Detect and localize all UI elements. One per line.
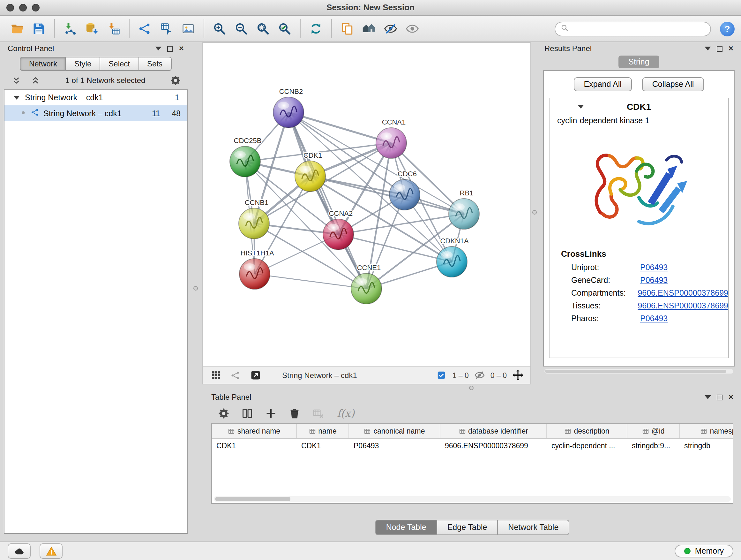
hidden-items-icon[interactable] [473, 368, 487, 382]
expand-all-button[interactable]: Expand All [574, 77, 632, 91]
network-edge[interactable] [338, 234, 452, 262]
network-node-RB1[interactable]: RB1 [449, 189, 479, 229]
float-panel-icon[interactable] [717, 394, 723, 400]
network-node-CCNA1[interactable]: CCNA1 [376, 118, 407, 159]
memory-button[interactable]: Memory [675, 545, 733, 557]
search-input[interactable] [572, 23, 705, 34]
results-horizontal-scrollbar[interactable] [544, 369, 733, 374]
panel-menu-icon[interactable] [155, 47, 162, 51]
float-panel-icon[interactable] [717, 46, 723, 51]
zoom-in-icon [212, 22, 226, 36]
collapse-collection-icon[interactable] [13, 96, 20, 100]
settings-button[interactable] [216, 406, 230, 420]
right-splitter-handle[interactable] [532, 210, 537, 214]
tab-select[interactable]: Select [99, 57, 139, 71]
zoom-out-button[interactable] [233, 20, 250, 37]
network-edge[interactable] [288, 112, 366, 289]
tab-style[interactable]: Style [65, 57, 100, 71]
column-header-name[interactable]: name [297, 424, 349, 438]
help-button[interactable]: ? [720, 21, 735, 36]
network-edge[interactable] [288, 112, 391, 143]
left-splitter-handle[interactable] [193, 286, 198, 291]
table-row[interactable]: CDK1CDK1P064939606.ENSP00000378699cyclin… [212, 439, 733, 452]
network-node-CCNE1[interactable]: CCNE1 [351, 264, 382, 304]
column-header-canonical-name[interactable]: canonical name [349, 424, 441, 438]
column-header-database-identifier[interactable]: database identifier [441, 424, 547, 438]
import-network-from-file-button[interactable] [62, 20, 78, 37]
scrollbar-thumb[interactable] [215, 497, 290, 501]
show-hide-button[interactable] [404, 20, 421, 37]
toggle-graphics-details-button[interactable] [382, 20, 399, 37]
add-row-button[interactable] [264, 406, 278, 420]
network-view[interactable]: CCNB2CCNA1CDC25BCDK1CDC6RB1CCNB1CCNA2CDK… [202, 42, 531, 384]
save-session-button[interactable] [30, 20, 47, 37]
zoom-fit-button[interactable] [255, 20, 271, 37]
gene-section-header[interactable]: CDK1 [549, 98, 728, 115]
open-session-button[interactable] [9, 20, 25, 37]
function-builder-button[interactable]: f(x) [337, 407, 354, 419]
cloud-status-button[interactable] [8, 543, 30, 559]
tab-sets[interactable]: Sets [138, 57, 172, 71]
column-header-namespace[interactable]: namespace [680, 424, 733, 438]
crosslink-value-link[interactable]: P06493 [640, 261, 668, 274]
table-horizontal-scrollbar[interactable] [214, 496, 731, 502]
collapse-tree-button[interactable] [28, 73, 42, 87]
clear-table-button[interactable] [311, 406, 325, 420]
crosslink-value-link[interactable]: 9606.ENSP00000378699 [637, 287, 728, 300]
crosslink-value-link[interactable]: P06493 [640, 312, 668, 325]
tab-string[interactable]: String [618, 56, 659, 68]
close-panel-icon[interactable]: × [729, 394, 733, 400]
network-row-selected[interactable]: String Network – cdk1 11 48 [4, 105, 187, 121]
tab-edge-table[interactable]: Edge Table [436, 520, 498, 535]
column-header-description[interactable]: description [547, 424, 627, 438]
node-label: CDK1 [304, 151, 322, 159]
import-network-from-database-button[interactable] [84, 20, 100, 37]
bottom-splitter-handle[interactable] [469, 386, 474, 390]
search-box[interactable] [555, 21, 711, 36]
link-view-icon[interactable] [228, 368, 243, 382]
network-node-CDC6[interactable]: CDC6 [389, 170, 420, 210]
create-network-from-table-button[interactable] [158, 20, 175, 37]
network-node-CDK1[interactable]: CDK1 [295, 151, 326, 192]
copy-button[interactable] [339, 20, 355, 37]
close-panel-icon[interactable]: × [179, 45, 184, 52]
expand-tree-button[interactable] [9, 73, 23, 87]
grid-view-icon[interactable] [209, 368, 223, 382]
apply-layout-button[interactable] [308, 20, 324, 37]
collapse-all-button[interactable]: Collapse All [642, 77, 704, 91]
network-node-CDC25B[interactable]: CDC25B [230, 137, 261, 177]
column-header--id[interactable]: @id [627, 424, 680, 438]
show-columns-button[interactable] [240, 406, 254, 420]
panel-menu-icon[interactable] [705, 47, 711, 51]
network-collection-row[interactable]: String Network – cdk1 1 [4, 90, 187, 105]
column-header-shared-name[interactable]: shared name [212, 424, 297, 438]
zoom-in-button[interactable] [211, 20, 228, 37]
crosslink-value-link[interactable]: 9606.ENSP00000378699 [637, 300, 728, 312]
network-node-HIST1H1A[interactable]: HIST1H1A [239, 249, 274, 289]
network-node-CCNB2[interactable]: CCNB2 [273, 87, 304, 128]
zoom-selected-button[interactable] [276, 20, 293, 37]
network-canvas[interactable]: CCNB2CCNA1CDC25BCDK1CDC6RB1CCNB1CCNA2CDK… [203, 43, 530, 366]
tab-network[interactable]: Network [20, 57, 66, 71]
network-node-CDKN1A[interactable]: CDKN1A [436, 237, 469, 277]
export-image-button[interactable] [180, 20, 197, 37]
warnings-button[interactable] [40, 543, 63, 559]
panel-menu-icon[interactable] [705, 395, 711, 399]
tab-node-table[interactable]: Node Table [375, 520, 437, 535]
collapse-gene-icon[interactable] [578, 105, 584, 109]
selected-items-checkbox-icon[interactable] [434, 368, 449, 382]
tab-network-table[interactable]: Network Table [497, 520, 569, 535]
network-node-CCNA2[interactable]: CCNA2 [323, 209, 354, 250]
network-node-CCNB1[interactable]: CCNB1 [239, 199, 269, 239]
home-view-button[interactable] [360, 20, 377, 37]
network-options-gear-button[interactable] [169, 73, 183, 87]
crosslink-value-link[interactable]: P06493 [640, 274, 668, 287]
network-edge[interactable] [255, 274, 366, 289]
float-panel-icon[interactable] [167, 46, 173, 51]
open-in-window-icon[interactable] [248, 368, 262, 382]
move-tool-icon[interactable] [511, 368, 525, 382]
delete-row-button[interactable] [287, 406, 301, 420]
close-panel-icon[interactable]: × [729, 45, 733, 52]
new-network-button[interactable] [137, 20, 153, 37]
import-table-from-file-button[interactable] [105, 20, 122, 37]
